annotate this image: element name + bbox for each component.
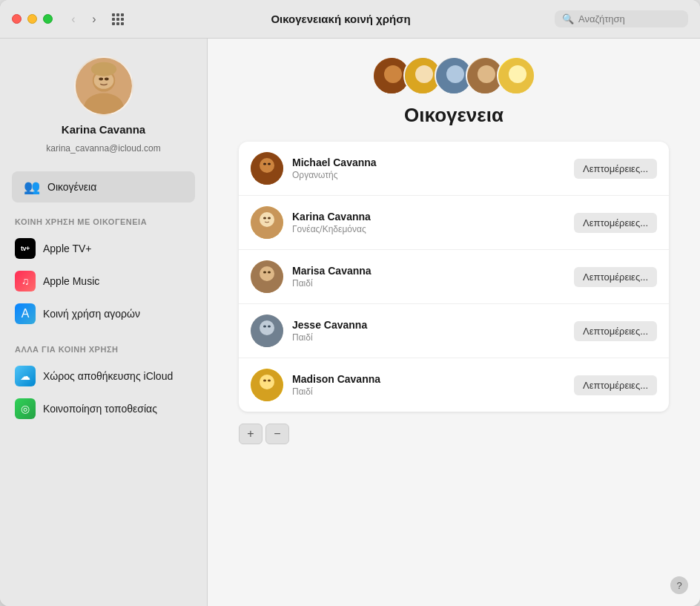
member-avatar-3 bbox=[251, 260, 283, 293]
nav-buttons: ‹ › bbox=[65, 10, 103, 28]
add-member-button[interactable]: + bbox=[239, 424, 262, 444]
member-avatar-5 bbox=[251, 369, 283, 401]
svg-point-43 bbox=[260, 375, 274, 389]
appstore-icon: A bbox=[15, 303, 36, 324]
bottom-controls: + − bbox=[239, 424, 289, 444]
back-button[interactable]: ‹ bbox=[65, 10, 82, 28]
member-row-5: Madison Cavanna Παιδί Λεπτομέρειες... bbox=[239, 358, 669, 412]
family-button[interactable]: 👥 Οικογένεια bbox=[12, 171, 195, 202]
svg-point-35 bbox=[263, 271, 266, 274]
location-label: Κοινοποίηση τοποθεσίας bbox=[43, 403, 157, 415]
svg-point-26 bbox=[268, 163, 271, 165]
member-role-3: Παιδί bbox=[292, 278, 565, 289]
member-avatar-1 bbox=[251, 152, 283, 185]
sidebar-item-location[interactable]: ◎ Κοινοποίηση τοποθεσίας bbox=[12, 392, 195, 425]
member-info-5: Madison Cavanna Παιδί bbox=[292, 373, 565, 397]
svg-point-4 bbox=[99, 78, 103, 81]
member-name-1: Michael Cavanna bbox=[292, 157, 565, 168]
member-avatar-2 bbox=[251, 206, 283, 239]
member-info-3: Marisa Cavanna Παιδί bbox=[292, 265, 565, 289]
svg-point-45 bbox=[263, 380, 266, 382]
grid-icon bbox=[112, 13, 124, 25]
section1-label: ΚΟΙΝΗ ΧΡΗΣΗ ΜΕ ΟΙΚΟΓΕΝΕΙΑ bbox=[12, 217, 195, 226]
appletv-label: Apple TV+ bbox=[43, 243, 92, 254]
search-box[interactable]: 🔍 bbox=[555, 10, 688, 27]
svg-point-40 bbox=[263, 326, 266, 328]
family-button-label: Οικογένεια bbox=[47, 181, 96, 193]
applemusic-icon: ♫ bbox=[15, 271, 36, 292]
user-email: karina_cavanna@icloud.com bbox=[46, 143, 160, 154]
traffic-lights bbox=[12, 14, 53, 24]
main-content: Karina Cavanna karina_cavanna@icloud.com… bbox=[0, 39, 700, 606]
member-row-3: Marisa Cavanna Παιδί Λεπτομέρειες... bbox=[239, 250, 669, 304]
member-info-2: Karina Cavanna Γονέας/Κηδεμόνας bbox=[292, 211, 565, 234]
svg-point-14 bbox=[446, 65, 464, 83]
sidebar-item-appletv[interactable]: tv+ Apple TV+ bbox=[12, 232, 195, 265]
section1-items: tv+ Apple TV+ ♫ Apple Music A Κοινή χρήσ… bbox=[12, 232, 195, 330]
svg-point-33 bbox=[260, 266, 274, 281]
sidebar-item-purchases[interactable]: A Κοινή χρήση αγορών bbox=[12, 297, 195, 330]
sidebar-item-icloud[interactable]: ☁ Χώρος αποθήκευσης iCloud bbox=[12, 360, 195, 392]
svg-point-46 bbox=[268, 380, 271, 382]
svg-point-8 bbox=[384, 65, 402, 83]
remove-member-button[interactable]: − bbox=[265, 424, 289, 444]
close-button[interactable] bbox=[12, 14, 22, 24]
member-role-4: Παιδί bbox=[292, 332, 565, 343]
avatar-svg bbox=[76, 56, 132, 116]
member-row-4: Jesse Cavanna Παιδί Λεπτομέρειες... bbox=[239, 304, 669, 358]
details-btn-4[interactable]: Λεπτομέρειες... bbox=[574, 321, 657, 341]
member-avatar-4 bbox=[251, 314, 283, 347]
details-btn-5[interactable]: Λεπτομέρειες... bbox=[574, 375, 657, 395]
icloud-label: Χώρος αποθήκευσης iCloud bbox=[43, 370, 173, 382]
svg-point-20 bbox=[509, 65, 526, 83]
help-button[interactable]: ? bbox=[670, 576, 688, 594]
section2-label: ΑΛΛΑ ΓΙΑ ΚΟΙΝΗ ΧΡΗΣΗ bbox=[12, 345, 195, 354]
svg-point-38 bbox=[260, 320, 274, 335]
window-title: Οικογενειακή κοινή χρήση bbox=[127, 13, 555, 25]
location-icon: ◎ bbox=[15, 398, 36, 419]
user-avatar bbox=[74, 56, 133, 116]
member-role-1: Οργανωτής bbox=[292, 170, 565, 180]
sidebar: Karina Cavanna karina_cavanna@icloud.com… bbox=[0, 39, 208, 606]
svg-point-36 bbox=[268, 271, 271, 274]
member-info-1: Michael Cavanna Οργανωτής bbox=[292, 157, 565, 180]
svg-point-5 bbox=[104, 78, 108, 81]
member-info-4: Jesse Cavanna Παιδί bbox=[292, 319, 565, 343]
member-name-3: Marisa Cavanna bbox=[292, 265, 565, 277]
search-icon: 🔍 bbox=[562, 13, 574, 24]
family-avatar-5 bbox=[497, 56, 535, 95]
member-name-2: Karina Cavanna bbox=[292, 211, 565, 223]
svg-point-17 bbox=[478, 65, 495, 83]
details-btn-3[interactable]: Λεπτομέρειες... bbox=[574, 267, 657, 287]
sidebar-item-applemusic[interactable]: ♫ Apple Music bbox=[12, 265, 195, 297]
svg-point-23 bbox=[260, 158, 274, 173]
member-name-4: Jesse Cavanna bbox=[292, 319, 565, 331]
main-window: ‹ › Οικογενειακή κοινή χρήση 🔍 bbox=[0, 0, 700, 606]
user-profile: Karina Cavanna karina_cavanna@icloud.com bbox=[12, 56, 195, 154]
svg-point-6 bbox=[90, 62, 116, 76]
member-name-5: Madison Cavanna bbox=[292, 373, 565, 385]
section2-items: ☁ Χώρος αποθήκευσης iCloud ◎ Κοινοποίηση… bbox=[12, 360, 195, 425]
svg-point-28 bbox=[260, 212, 274, 227]
members-list: Michael Cavanna Οργανωτής Λεπτομέρειες..… bbox=[239, 142, 669, 412]
member-role-2: Γονέας/Κηδεμόνας bbox=[292, 224, 565, 234]
main-panel: Οικογενεια Michael C bbox=[208, 39, 700, 606]
purchases-label: Κοινή χρήση αγορών bbox=[43, 308, 140, 320]
search-input[interactable] bbox=[578, 13, 675, 24]
forward-button[interactable]: › bbox=[85, 10, 103, 28]
user-name: Karina Cavanna bbox=[62, 123, 145, 136]
titlebar: ‹ › Οικογενειακή κοινή χρήση 🔍 bbox=[0, 0, 700, 39]
panel-title: Οικογενεια bbox=[404, 104, 503, 127]
member-role-5: Παιδί bbox=[292, 386, 565, 397]
details-btn-2[interactable]: Λεπτομέρειες... bbox=[574, 213, 657, 233]
svg-point-41 bbox=[268, 326, 271, 328]
appletv-icon: tv+ bbox=[15, 238, 36, 259]
details-btn-1[interactable]: Λεπτομέρειες... bbox=[574, 159, 657, 179]
family-avatars-row bbox=[372, 56, 535, 95]
svg-point-25 bbox=[263, 163, 266, 165]
minimize-button[interactable] bbox=[27, 14, 37, 24]
grid-view-button[interactable] bbox=[109, 10, 127, 28]
maximize-button[interactable] bbox=[43, 14, 53, 24]
svg-point-31 bbox=[268, 217, 271, 220]
family-icon: 👥 bbox=[24, 179, 40, 195]
